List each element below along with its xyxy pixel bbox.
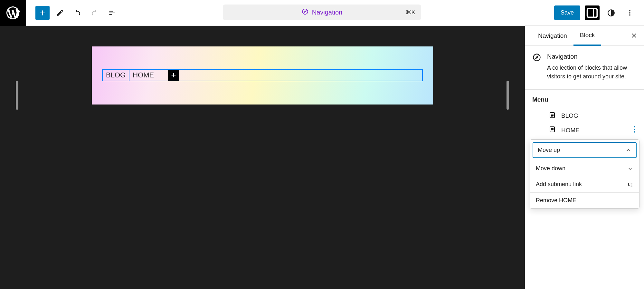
edit-tool-button[interactable]	[53, 6, 67, 20]
command-bar-shortcut: ⌘K	[405, 9, 415, 16]
nav-item-home[interactable]: HOME	[129, 70, 157, 81]
menu-panel: Menu BLOG HOME	[525, 90, 644, 141]
options-button[interactable]	[623, 6, 637, 20]
undo-icon	[73, 9, 81, 17]
tab-navigation[interactable]: Navigation	[532, 26, 573, 45]
editor-canvas[interactable]: BLOG HOME	[0, 26, 525, 289]
menu-item-dropdown: Move up Move down Add submenu link Remov…	[530, 139, 639, 209]
svg-marker-9	[536, 56, 538, 59]
document-overview-button[interactable]	[105, 6, 119, 20]
close-sidebar-button[interactable]	[630, 32, 638, 40]
menu-item-more-button[interactable]	[634, 126, 637, 135]
wordpress-icon	[5, 5, 21, 21]
menu-item-home[interactable]: HOME	[532, 123, 637, 138]
svg-point-5	[629, 10, 630, 11]
chevron-down-icon	[627, 165, 633, 172]
sidebar-icon	[585, 5, 600, 20]
nav-add-item-button[interactable]	[168, 70, 179, 81]
dropdown-label: Add submenu link	[536, 181, 582, 188]
main-row: BLOG HOME Navigation Block Navigation	[0, 26, 644, 289]
tab-block[interactable]: Block	[573, 26, 601, 46]
resize-handle-left[interactable]	[16, 81, 18, 110]
plus-icon	[170, 72, 177, 79]
redo-icon	[90, 9, 99, 17]
dropdown-move-up[interactable]: Move up	[533, 142, 637, 158]
undo-button[interactable]	[70, 6, 84, 20]
compass-icon	[302, 8, 309, 17]
top-toolbar: Navigation ⌘K Save	[0, 0, 644, 26]
submenu-icon	[627, 181, 633, 188]
svg-point-19	[634, 129, 635, 130]
block-info-title: Navigation	[547, 53, 637, 60]
dropdown-label: Move down	[536, 165, 565, 172]
command-bar[interactable]: Navigation ⌘K	[223, 5, 421, 20]
navigation-block-wrapper[interactable]: BLOG HOME	[92, 46, 433, 105]
compass-icon	[532, 53, 541, 81]
navigation-block[interactable]: BLOG HOME	[102, 69, 423, 81]
redo-button[interactable]	[88, 6, 102, 20]
nav-item-blog[interactable]: BLOG	[103, 70, 129, 81]
svg-rect-2	[587, 8, 597, 17]
list-icon	[108, 9, 116, 17]
chevron-up-icon	[625, 147, 631, 154]
svg-point-7	[629, 14, 630, 15]
plus-icon	[38, 9, 47, 17]
add-block-button[interactable]	[35, 6, 50, 20]
more-vertical-icon	[626, 9, 634, 17]
page-icon	[548, 125, 556, 135]
command-bar-label: Navigation	[312, 9, 343, 16]
dropdown-move-down[interactable]: Move down	[530, 161, 639, 176]
svg-marker-1	[304, 11, 306, 13]
resize-handle-right[interactable]	[507, 81, 509, 110]
nav-empty-area[interactable]	[179, 70, 422, 81]
toggle-sidebar-button[interactable]	[585, 5, 600, 20]
styles-button[interactable]	[604, 6, 618, 20]
wordpress-logo[interactable]	[0, 0, 26, 26]
svg-point-18	[634, 126, 635, 127]
svg-point-20	[634, 131, 635, 133]
pencil-icon	[56, 9, 64, 17]
menu-panel-title: Menu	[532, 96, 637, 103]
block-info-panel: Navigation A collection of blocks that a…	[525, 46, 644, 90]
settings-sidebar: Navigation Block Navigation A collection…	[525, 26, 644, 289]
save-button[interactable]: Save	[554, 5, 580, 20]
dropdown-label: Move up	[538, 147, 560, 154]
block-info-description: A collection of blocks that allow visito…	[547, 64, 637, 81]
dropdown-add-submenu[interactable]: Add submenu link	[530, 176, 639, 192]
dropdown-remove[interactable]: Remove HOME	[530, 193, 639, 208]
page-icon	[548, 111, 556, 121]
sidebar-tabs: Navigation Block	[525, 26, 644, 46]
more-vertical-icon	[634, 126, 636, 133]
svg-point-6	[629, 12, 630, 14]
toolbar-right-group: Save	[554, 5, 644, 20]
dropdown-label: Remove HOME	[536, 197, 576, 204]
menu-item-blog[interactable]: BLOG	[532, 109, 637, 123]
toolbar-left-group	[26, 6, 119, 20]
contrast-icon	[607, 9, 615, 17]
close-icon	[630, 32, 638, 39]
